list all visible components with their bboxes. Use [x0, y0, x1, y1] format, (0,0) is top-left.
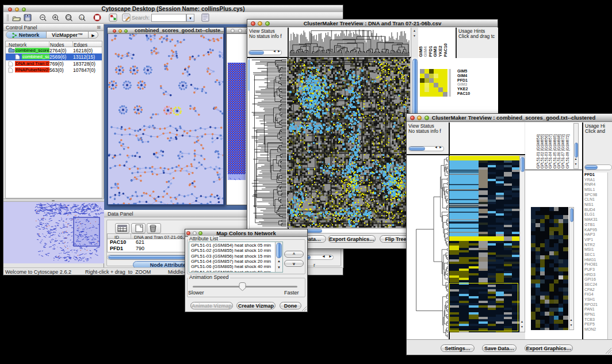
- svg-text:PAC10: PAC10: [443, 43, 448, 57]
- svg-text:1:1: 1:1: [81, 16, 85, 20]
- svg-text:GPL51-08 (GSM872): GPL51-08 (GSM872): [565, 135, 570, 169]
